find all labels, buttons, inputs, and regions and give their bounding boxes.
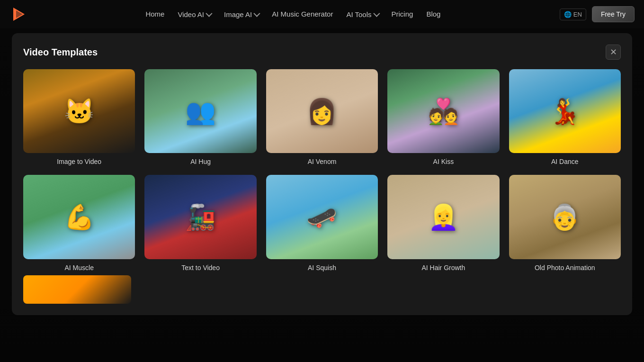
globe-icon: 🌐 bbox=[564, 11, 572, 18]
template-thumb-ai-venom: 👩 bbox=[266, 69, 378, 153]
template-thumb-ai-dance: 💃 bbox=[509, 69, 621, 153]
template-label-ai-squish: AI Squish bbox=[308, 264, 336, 272]
nav-item-video-ai[interactable]: Video AI bbox=[178, 10, 211, 18]
nav-item-pricing[interactable]: Pricing bbox=[392, 10, 413, 18]
modal-header: Video Templates ✕ bbox=[23, 45, 621, 60]
template-item-ai-hair-growth[interactable]: 👱‍♀️AI Hair Growth bbox=[387, 175, 499, 271]
template-grid: 🐱Image to Video👥AI Hug👩AI Venom💑AI Kiss💃… bbox=[23, 69, 621, 272]
template-label-ai-dance: AI Dance bbox=[551, 158, 579, 165]
template-item-ai-kiss[interactable]: 💑AI Kiss bbox=[387, 69, 499, 165]
template-label-image-to-video: Image to Video bbox=[57, 158, 101, 165]
logo[interactable] bbox=[9, 6, 27, 23]
bottom-thumb-partial[interactable] bbox=[23, 275, 131, 304]
template-label-ai-kiss: AI Kiss bbox=[433, 158, 454, 165]
nav-item-image-ai[interactable]: Image AI bbox=[224, 10, 259, 18]
template-icon-ai-dance: 💃 bbox=[549, 97, 580, 126]
template-icon-text-to-video: 🚂 bbox=[185, 202, 216, 231]
template-item-text-to-video[interactable]: 🚂Text to Video bbox=[144, 175, 256, 271]
nav-links: Home Video AI Image AI AI Music Generato… bbox=[145, 10, 440, 18]
chevron-down-icon bbox=[254, 10, 260, 17]
modal-overlay: Video Templates ✕ 🐱Image to Video👥AI Hug… bbox=[0, 28, 644, 362]
template-label-ai-hair-growth: AI Hair Growth bbox=[421, 264, 465, 272]
template-icon-ai-kiss: 💑 bbox=[428, 97, 459, 126]
template-item-ai-venom[interactable]: 👩AI Venom bbox=[266, 69, 378, 165]
bottom-row bbox=[23, 275, 621, 304]
template-icon-image-to-video: 🐱 bbox=[64, 97, 95, 126]
template-thumb-ai-muscle: 💪 bbox=[23, 175, 135, 259]
template-label-ai-muscle: AI Muscle bbox=[64, 264, 93, 272]
template-item-ai-muscle[interactable]: 💪AI Muscle bbox=[23, 175, 135, 271]
template-item-ai-dance[interactable]: 💃AI Dance bbox=[509, 69, 621, 165]
template-icon-ai-hair-growth: 👱‍♀️ bbox=[428, 202, 459, 231]
modal-close-button[interactable]: ✕ bbox=[606, 45, 621, 60]
template-thumb-ai-squish: 🛹 bbox=[266, 175, 378, 259]
template-item-ai-hug[interactable]: 👥AI Hug bbox=[144, 69, 256, 165]
template-label-ai-hug: AI Hug bbox=[190, 158, 211, 165]
nav-right: 🌐 EN Free Try bbox=[560, 6, 635, 22]
nav-item-home[interactable]: Home bbox=[145, 10, 164, 18]
template-thumb-text-to-video: 🚂 bbox=[144, 175, 256, 259]
template-icon-ai-hug: 👥 bbox=[185, 97, 216, 126]
free-try-button[interactable]: Free Try bbox=[592, 6, 635, 22]
template-thumb-ai-hug: 👥 bbox=[144, 69, 256, 153]
language-selector[interactable]: 🌐 EN bbox=[560, 9, 586, 20]
template-thumb-old-photo-animation: 👵 bbox=[509, 175, 621, 259]
template-label-text-to-video: Text to Video bbox=[181, 264, 220, 272]
nav-item-ai-tools[interactable]: AI Tools bbox=[346, 10, 378, 18]
template-thumb-ai-kiss: 💑 bbox=[387, 69, 499, 153]
nav-item-blog[interactable]: Blog bbox=[426, 10, 440, 18]
nav-item-ai-music[interactable]: AI Music Generator bbox=[272, 10, 333, 18]
template-icon-ai-venom: 👩 bbox=[306, 97, 337, 126]
modal-title: Video Templates bbox=[23, 47, 98, 58]
template-thumb-image-to-video: 🐱 bbox=[23, 69, 135, 153]
template-thumb-ai-hair-growth: 👱‍♀️ bbox=[387, 175, 499, 259]
navigation: Home Video AI Image AI AI Music Generato… bbox=[0, 0, 644, 28]
template-icon-ai-muscle: 💪 bbox=[64, 202, 95, 231]
template-item-image-to-video[interactable]: 🐱Image to Video bbox=[23, 69, 135, 165]
template-label-old-photo-animation: Old Photo Animation bbox=[535, 264, 595, 272]
template-icon-old-photo-animation: 👵 bbox=[549, 202, 580, 231]
video-templates-modal: Video Templates ✕ 🐱Image to Video👥AI Hug… bbox=[12, 33, 632, 315]
template-label-ai-venom: AI Venom bbox=[308, 158, 337, 165]
template-item-ai-squish[interactable]: 🛹AI Squish bbox=[266, 175, 378, 271]
chevron-down-icon bbox=[206, 10, 212, 17]
template-item-old-photo-animation[interactable]: 👵Old Photo Animation bbox=[509, 175, 621, 271]
template-icon-ai-squish: 🛹 bbox=[306, 202, 337, 231]
chevron-down-icon bbox=[373, 10, 380, 17]
